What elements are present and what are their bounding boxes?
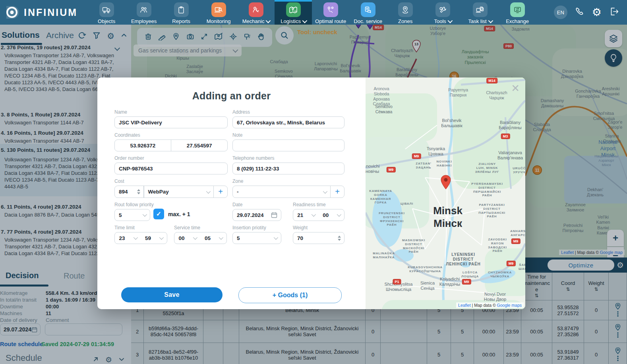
map-label: FRUNZYENSKI DISTRICT ФРУНЗЕНСКІ РАЁН	[379, 211, 405, 227]
stepper-icon[interactable]	[137, 189, 140, 194]
longitude-value[interactable]: 27.554597	[183, 143, 216, 149]
tab-decision[interactable]: Decision	[6, 271, 39, 280]
table-row[interactable]: 3 82716ba1-8e52-4f99-ab3b-b381 b1076e10 …	[131, 343, 627, 364]
nav-item-monitoring[interactable]: Monitoring	[200, 0, 237, 25]
delete-icon[interactable]	[144, 33, 152, 42]
nav-item-optimal-route[interactable]: Optimal route	[312, 0, 349, 25]
goods-button[interactable]: + Goods (1)	[238, 287, 342, 303]
table-row[interactable]: 2 b59fd66a-3529-4ddd-85dc-f424 506578f8 …	[131, 320, 627, 343]
map-marker[interactable]: 10	[365, 25, 375, 31]
nav-item-tools[interactable]: Tools	[424, 0, 461, 25]
address-input[interactable]	[232, 116, 344, 128]
brand-name: INFINIUM	[24, 7, 77, 18]
map-select-icon[interactable]	[214, 33, 223, 42]
leaflet-link[interactable]: Leaflet	[561, 250, 574, 255]
tab-archive[interactable]: Archive	[46, 31, 74, 40]
stepper-icon[interactable]	[338, 236, 341, 241]
row-pin-button[interactable]	[609, 320, 627, 343]
gear-icon[interactable]: ⚙	[617, 260, 624, 270]
row-pin-button[interactable]	[609, 300, 627, 320]
coordinates-input[interactable]: 53.926372 27.554597	[114, 139, 228, 151]
pan-hand-icon[interactable]	[257, 33, 265, 42]
target-icon[interactable]	[229, 33, 237, 42]
insertion-priority-select[interactable]: 5	[232, 232, 281, 244]
google-maps-link[interactable]: Google map	[600, 250, 623, 255]
active-tab-underline	[0, 285, 48, 287]
save-button[interactable]: Save	[121, 287, 223, 302]
nav-item-doc-service[interactable]: Doc. service	[349, 0, 387, 25]
layer-select-dropdown[interactable]: Gas service stations and parkings	[134, 45, 242, 56]
brand[interactable]: INFINIUM	[0, 0, 88, 25]
roadsign-icon[interactable]	[243, 33, 251, 42]
tab-solutions[interactable]: Solutions	[2, 30, 40, 40]
zone-select[interactable]: -	[233, 186, 330, 197]
order-number-input[interactable]	[114, 163, 228, 174]
chevron-down-icon	[143, 212, 147, 217]
tab-route[interactable]: Route	[64, 271, 85, 281]
priority-max-checkbox[interactable]: ✓	[153, 209, 164, 219]
filter-icon[interactable]	[93, 31, 101, 41]
time-limit-input[interactable]: 23 59	[114, 232, 167, 244]
telephone-input[interactable]	[232, 163, 344, 174]
chevron-down-icon	[312, 212, 316, 217]
add-payment-button[interactable]: +	[214, 186, 227, 197]
cost-input[interactable]: 894	[115, 186, 143, 197]
nav-item-exchange[interactable]: Exchange	[499, 0, 536, 25]
schedule-section-title: Schedule	[6, 353, 42, 363]
header-coord[interactable]: Coord⇅	[552, 273, 584, 300]
suggestions-button[interactable]	[605, 49, 622, 67]
open-external-icon[interactable]	[93, 356, 99, 364]
nav-item-objects[interactable]: Objects	[88, 0, 125, 25]
note-input[interactable]	[232, 139, 344, 151]
gear-icon[interactable]: ⚙	[592, 6, 602, 19]
nav-item-mechanic[interactable]: Mechanic	[237, 0, 275, 25]
date-of-delivery-input[interactable]: 29.07.2024	[0, 323, 41, 335]
map-marker[interactable]: 13	[412, 40, 421, 54]
collapse-icon[interactable]	[121, 32, 127, 40]
name-input[interactable]	[114, 116, 228, 128]
ruler-icon[interactable]	[158, 33, 166, 42]
phone-icon[interactable]	[575, 6, 585, 18]
readiness-time-input[interactable]: 21 00	[293, 209, 344, 221]
modal-title: Adding an order	[97, 90, 366, 102]
latitude-value[interactable]: 53.926372	[126, 143, 159, 149]
nav-item-logistics[interactable]: Logistics	[275, 0, 312, 25]
comment-input[interactable]	[45, 323, 122, 335]
service-time-input[interactable]: 00 05	[174, 232, 227, 244]
chevron-down-icon[interactable]	[118, 356, 125, 364]
nav-item-reports[interactable]: Reports	[163, 0, 200, 25]
route-schedule-link[interactable]: Route schedule	[0, 341, 43, 347]
header-maintenance[interactable]: Time for maintenance⇅	[521, 273, 552, 300]
leaflet-link[interactable]: Leaflet	[458, 303, 471, 308]
language-selector[interactable]: EN	[554, 6, 567, 19]
logout-icon[interactable]	[609, 6, 619, 18]
nav-item-zones[interactable]: Zones	[387, 0, 424, 25]
calendar-icon	[271, 212, 277, 218]
priority-select[interactable]: 5	[114, 209, 150, 221]
layers-button[interactable]	[605, 30, 622, 47]
zoom-in-button[interactable]: +	[607, 230, 624, 246]
order-location-map[interactable]: Aronova Sloboda Аронава СлабадаSemkovo С…	[366, 77, 525, 309]
header-weight[interactable]: Weight⇅	[584, 273, 609, 300]
map-label: Novyi Dvor Новы Двор	[484, 292, 506, 302]
cost-label: Cost	[114, 178, 228, 184]
map-marker[interactable]	[354, 25, 363, 30]
optimize-button[interactable]: Optimize	[548, 259, 614, 271]
add-zone-button[interactable]: +	[331, 186, 344, 197]
close-icon[interactable]: ✕	[511, 83, 520, 93]
settings-icon[interactable]: ⚙	[107, 31, 114, 41]
refresh-icon[interactable]	[77, 31, 86, 41]
nav-item-employees[interactable]: Employees	[125, 0, 163, 25]
weight-input[interactable]: 70	[293, 232, 344, 244]
camera-icon[interactable]	[186, 33, 194, 42]
payment-method-select[interactable]: WebPay	[144, 186, 213, 197]
google-maps-link[interactable]: Google maps	[497, 303, 522, 308]
map-marker[interactable]: 11	[532, 165, 542, 175]
search-button[interactable]	[275, 26, 294, 45]
row-pin-button[interactable]	[609, 343, 627, 364]
date-input[interactable]: 29.07.2024	[232, 209, 281, 221]
nav-item-task-list[interactable]: Task list	[461, 0, 499, 25]
settings-icon[interactable]: ⚙	[105, 355, 112, 364]
expand-icon[interactable]	[200, 33, 208, 42]
location-pin-icon[interactable]	[172, 33, 180, 42]
